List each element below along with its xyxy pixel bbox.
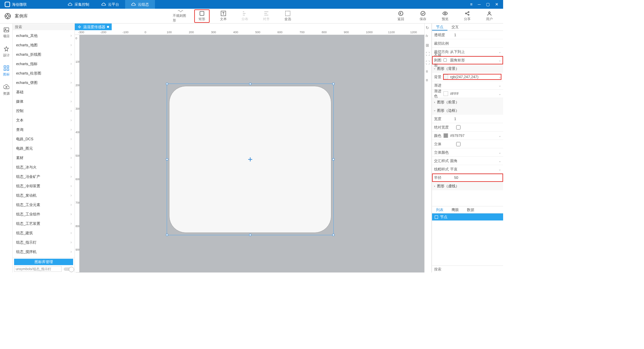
tree-item[interactable]: 组态_工业组件› <box>13 209 74 219</box>
section-dash[interactable]: ›图形（虚线） <box>432 182 503 190</box>
chevron-down-icon[interactable]: ⌄ <box>498 151 501 154</box>
preview-button[interactable]: 预览 <box>437 9 453 23</box>
tool-distribute[interactable]: 分布 <box>237 9 253 23</box>
tab-cloud-config[interactable]: 云组态 <box>125 0 155 9</box>
canvas[interactable] <box>79 35 424 272</box>
back-button[interactable]: 返回 <box>393 9 409 23</box>
chevron-down-icon[interactable]: ⌄ <box>498 134 501 138</box>
file-tab-active[interactable]: 温湿度传感器 <box>75 23 112 30</box>
bg-input[interactable] <box>449 74 497 80</box>
color-swatch[interactable] <box>443 74 448 79</box>
tool-irregular-shape[interactable]: 不规则图形 <box>173 9 188 23</box>
tool-text[interactable]: 文本 <box>216 9 231 23</box>
tree-item[interactable]: 组态_冶金矿产› <box>13 172 74 181</box>
tree-item[interactable]: 组态_冰与火› <box>13 162 74 172</box>
resize-handle-bl[interactable] <box>166 234 168 236</box>
tool-select-all[interactable]: 全选 <box>280 9 296 23</box>
tree-item[interactable]: 素材› <box>13 153 74 162</box>
close-icon[interactable]: ✕ <box>495 2 498 7</box>
clip-dir-select[interactable] <box>449 49 497 54</box>
tab-node[interactable]: 节点 <box>432 23 447 31</box>
resize-handle-tm[interactable] <box>249 83 251 85</box>
tab-interaction[interactable]: 交互 <box>447 23 463 31</box>
user-button[interactable]: 用户 <box>482 9 497 23</box>
resize-handle-br[interactable] <box>332 234 334 236</box>
tool-align[interactable]: 对齐 <box>259 9 274 23</box>
chevron-down-icon[interactable]: ⌄ <box>498 84 501 87</box>
depth-checkbox[interactable] <box>456 142 461 146</box>
selection-bounds[interactable] <box>167 84 334 235</box>
chevron-down-icon[interactable]: ⌄ <box>498 75 501 79</box>
chevron-down-icon[interactable]: ⌄ <box>498 92 501 96</box>
chevron-down-icon[interactable]: ⌄ <box>498 159 501 163</box>
clip-ratio-input[interactable] <box>453 41 501 46</box>
tree-item[interactable]: echarts_柱形图› <box>13 68 74 78</box>
opacity-input[interactable] <box>453 32 501 38</box>
cross-style-select[interactable] <box>449 158 497 163</box>
color-input[interactable] <box>449 133 497 138</box>
tool-rectangle[interactable]: 矩形 <box>194 9 210 23</box>
chevron-down-icon[interactable]: ⌄ <box>498 58 501 62</box>
tab-capture[interactable]: 采集控制 <box>62 0 95 9</box>
grid-toggle-icon[interactable]: ⊞ <box>426 43 430 48</box>
tree-item[interactable]: 电路_图元› <box>13 144 74 153</box>
color-swatch[interactable] <box>443 91 448 96</box>
tree-item[interactable]: echarts_地图› <box>13 40 74 50</box>
tab-eagle[interactable]: 鹰眼 <box>447 206 463 213</box>
lines-icon[interactable]: ≡ <box>426 69 430 74</box>
tree-item[interactable]: 电路_DCS› <box>13 134 74 144</box>
tree-item[interactable]: echarts_饼图› <box>13 78 74 87</box>
tree-item[interactable]: echarts_折线图› <box>13 50 74 59</box>
tree-item[interactable]: 组态_建筑› <box>13 228 74 238</box>
maximize-icon[interactable]: ▢ <box>486 2 490 7</box>
chevron-down-icon[interactable]: ⌄ <box>498 167 501 171</box>
tree-item[interactable]: 查询› <box>13 125 74 134</box>
share-button[interactable]: 分享 <box>460 9 475 23</box>
tree-search-input[interactable] <box>13 24 74 30</box>
tree-item[interactable]: 组态_冷却装置› <box>13 181 74 191</box>
sidenav-design[interactable]: 设计 <box>3 46 10 58</box>
color-swatch[interactable] <box>443 133 448 138</box>
cap-style-select[interactable] <box>449 166 497 172</box>
resize-handle-mr[interactable] <box>332 158 334 160</box>
sidenav-resource[interactable]: 资源 <box>3 84 10 96</box>
depth-color-input[interactable] <box>449 150 497 155</box>
scan-icon[interactable]: ⛶ <box>426 60 430 65</box>
section-foreground[interactable]: ›图形（前景） <box>432 98 503 106</box>
save-button[interactable]: 保存 <box>415 9 431 23</box>
tab-list[interactable]: 列表 <box>432 206 447 213</box>
minimize-icon[interactable]: ─ <box>478 2 481 7</box>
layer-row[interactable]: 节点 <box>432 213 503 220</box>
tree-item[interactable]: 组态_搅拌机› <box>13 247 74 256</box>
sidenav-icons[interactable]: 图标 <box>3 65 10 77</box>
tab-data[interactable]: 数据 <box>463 206 478 213</box>
zoom-slider[interactable] <box>64 267 73 271</box>
manage-library-button[interactable]: 图标库管理 <box>14 259 73 265</box>
sidenav-project[interactable]: 项目 <box>3 27 10 39</box>
layer-search-input[interactable] <box>432 265 503 272</box>
tree-item[interactable]: 组态_工艺装置› <box>13 219 74 228</box>
refresh-icon[interactable]: ↻ <box>426 26 430 30</box>
path-input[interactable] <box>14 266 62 272</box>
tree-item[interactable]: 组态_指示灯› <box>13 238 74 247</box>
resize-handle-bm[interactable] <box>249 234 251 236</box>
shape-type-select[interactable] <box>449 57 497 63</box>
grad-color-input[interactable] <box>449 91 497 96</box>
fx-icon[interactable]: fx <box>426 34 430 39</box>
resize-handle-tr[interactable] <box>332 83 334 85</box>
menu-icon[interactable]: ≡ <box>470 2 472 7</box>
tree-item[interactable]: echarts_指标› <box>13 59 74 68</box>
tab-cloud-platform[interactable]: 云平台 <box>95 0 125 9</box>
section-border[interactable]: ›图形（边框） <box>432 106 503 115</box>
tree-item[interactable]: echarts_其他› <box>13 31 74 40</box>
tree-item[interactable]: 控制› <box>13 106 74 115</box>
resize-handle-ml[interactable] <box>166 158 168 160</box>
radius-input[interactable] <box>453 175 501 180</box>
resize-handle-tl[interactable] <box>166 83 168 85</box>
chevron-down-icon[interactable]: ⌄ <box>498 50 501 54</box>
gradient-select[interactable] <box>449 83 497 88</box>
width-input[interactable] <box>453 116 501 121</box>
tree-item[interactable]: 媒体› <box>13 97 74 106</box>
indent-icon[interactable]: ≡ <box>426 78 430 83</box>
fullscreen-icon[interactable]: ⛶ <box>426 52 430 56</box>
